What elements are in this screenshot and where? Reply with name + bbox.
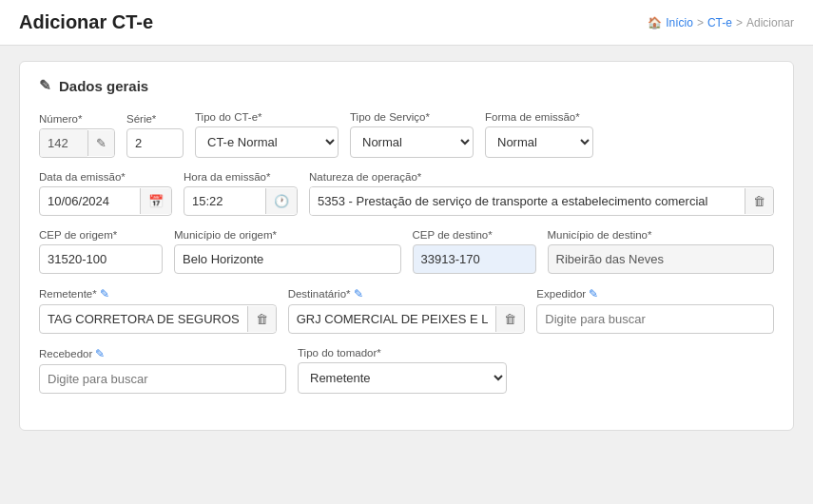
breadcrumb-cte[interactable]: CT-e bbox=[707, 16, 732, 29]
destinatario-group: Destinatário* ✎ 🗑 bbox=[288, 287, 526, 334]
remetente-trash-icon[interactable]: 🗑 bbox=[247, 306, 276, 332]
recebedor-label: Recebedor ✎ bbox=[39, 347, 286, 360]
municipio-origem-input[interactable] bbox=[174, 244, 401, 274]
destinatario-wrapper: 🗑 bbox=[288, 304, 526, 334]
row-2: Data da emissão* 📅 Hora da emissão* 🕐 Na… bbox=[39, 171, 774, 216]
tipo-tomador-group: Tipo do tomador* Remetente Expedidor Rec… bbox=[298, 347, 507, 394]
hora-emissao-label: Hora da emissão* bbox=[184, 171, 298, 183]
dados-gerais-card: ✎ Dados gerais Número* ✎ Série* Tipo do … bbox=[19, 61, 794, 431]
row-5: Recebedor ✎ Tipo do tomador* Remetente E… bbox=[39, 347, 774, 394]
numero-edit-icon[interactable]: ✎ bbox=[87, 130, 114, 156]
expedidor-group: Expedidor ✎ bbox=[536, 287, 774, 334]
natureza-group: Natureza de operação* 🗑 bbox=[309, 171, 774, 216]
recebedor-group: Recebedor ✎ bbox=[39, 347, 286, 394]
forma-emissao-select[interactable]: Normal Contingência bbox=[485, 126, 593, 158]
destinatario-edit-icon[interactable]: ✎ bbox=[354, 288, 363, 300]
cep-destino-input[interactable] bbox=[413, 244, 536, 274]
remetente-wrapper: 🗑 bbox=[39, 304, 277, 334]
tipo-servico-label: Tipo de Serviço* bbox=[350, 111, 474, 123]
cep-origem-group: CEP de origem* bbox=[39, 229, 163, 274]
municipio-origem-label: Município de origem* bbox=[174, 229, 401, 241]
remetente-input[interactable] bbox=[40, 305, 247, 333]
row-1: Número* ✎ Série* Tipo do CT-e* CT-e Norm… bbox=[39, 111, 774, 158]
breadcrumb-sep2: > bbox=[736, 16, 743, 29]
destinatario-trash-icon[interactable]: 🗑 bbox=[495, 306, 524, 332]
home-icon: 🏠 bbox=[648, 16, 662, 29]
numero-input[interactable] bbox=[40, 129, 87, 157]
forma-emissao-group: Forma de emissão* Normal Contingência bbox=[485, 111, 593, 158]
expedidor-label: Expedidor ✎ bbox=[536, 287, 774, 300]
data-emissao-label: Data da emissão* bbox=[39, 171, 172, 183]
tipo-tomador-label: Tipo do tomador* bbox=[298, 347, 507, 359]
edit-icon: ✎ bbox=[39, 77, 51, 94]
card-title: Dados gerais bbox=[59, 78, 148, 94]
serie-label: Série* bbox=[126, 113, 184, 125]
page-title: Adicionar CT-e bbox=[19, 11, 153, 33]
serie-group: Série* bbox=[126, 113, 184, 158]
data-emissao-wrapper: 📅 bbox=[39, 186, 172, 216]
tipo-servico-select[interactable]: Normal Subcontratação Redespacho bbox=[350, 126, 474, 158]
municipio-destino-label: Município de destino* bbox=[548, 229, 775, 241]
municipio-destino-input[interactable] bbox=[548, 244, 775, 274]
cep-origem-label: CEP de origem* bbox=[39, 229, 163, 241]
breadcrumb-current: Adicionar bbox=[746, 16, 794, 29]
tipo-cte-label: Tipo do CT-e* bbox=[195, 111, 339, 123]
hora-emissao-wrapper: 🕐 bbox=[184, 186, 298, 216]
numero-wrapper: ✎ bbox=[39, 128, 115, 158]
recebedor-input[interactable] bbox=[39, 364, 286, 394]
data-emissao-group: Data da emissão* 📅 bbox=[39, 171, 172, 216]
cep-destino-label: CEP de destino* bbox=[413, 229, 536, 241]
calendar-icon[interactable]: 📅 bbox=[140, 188, 171, 214]
tipo-cte-group: Tipo do CT-e* CT-e Normal CT-e Complemen… bbox=[195, 111, 339, 158]
recebedor-edit-icon[interactable]: ✎ bbox=[95, 348, 105, 359]
row-3: CEP de origem* Município de origem* CEP … bbox=[39, 229, 774, 274]
breadcrumb: 🏠 Início > CT-e > Adicionar bbox=[648, 16, 794, 29]
breadcrumb-sep1: > bbox=[697, 16, 704, 29]
forma-emissao-label: Forma de emissão* bbox=[485, 111, 593, 123]
tipo-servico-group: Tipo de Serviço* Normal Subcontratação R… bbox=[350, 111, 474, 158]
cep-origem-input[interactable] bbox=[39, 244, 163, 274]
numero-group: Número* ✎ bbox=[39, 113, 115, 158]
remetente-label: Remetente* ✎ bbox=[39, 287, 277, 300]
numero-label: Número* bbox=[39, 113, 115, 125]
row-4: Remetente* ✎ 🗑 Destinatário* ✎ 🗑 bbox=[39, 287, 774, 334]
serie-input[interactable] bbox=[126, 128, 184, 158]
remetente-edit-icon[interactable]: ✎ bbox=[100, 288, 109, 300]
natureza-trash-icon[interactable]: 🗑 bbox=[745, 188, 773, 214]
natureza-input[interactable] bbox=[310, 187, 745, 215]
natureza-label: Natureza de operação* bbox=[309, 171, 774, 183]
hora-emissao-input[interactable] bbox=[184, 187, 265, 215]
breadcrumb-home[interactable]: Início bbox=[666, 16, 693, 29]
municipio-destino-group: Município de destino* bbox=[548, 229, 775, 274]
destinatario-label: Destinatário* ✎ bbox=[288, 287, 526, 300]
destinatario-input[interactable] bbox=[289, 305, 496, 333]
hora-emissao-group: Hora da emissão* 🕐 bbox=[184, 171, 298, 216]
tipo-tomador-select[interactable]: Remetente Expedidor Recebedor Destinatár… bbox=[298, 362, 507, 394]
clock-icon[interactable]: 🕐 bbox=[265, 188, 297, 214]
natureza-wrapper: 🗑 bbox=[309, 186, 774, 216]
card-header: ✎ Dados gerais bbox=[39, 77, 774, 94]
remetente-group: Remetente* ✎ 🗑 bbox=[39, 287, 277, 334]
cep-destino-group: CEP de destino* bbox=[413, 229, 536, 274]
tipo-cte-select[interactable]: CT-e Normal CT-e Complemento CT-e Anulaç… bbox=[195, 126, 339, 158]
expedidor-input[interactable] bbox=[536, 304, 774, 334]
data-emissao-input[interactable] bbox=[40, 187, 140, 215]
municipio-origem-group: Município de origem* bbox=[174, 229, 401, 274]
expedidor-edit-icon[interactable]: ✎ bbox=[589, 288, 598, 300]
